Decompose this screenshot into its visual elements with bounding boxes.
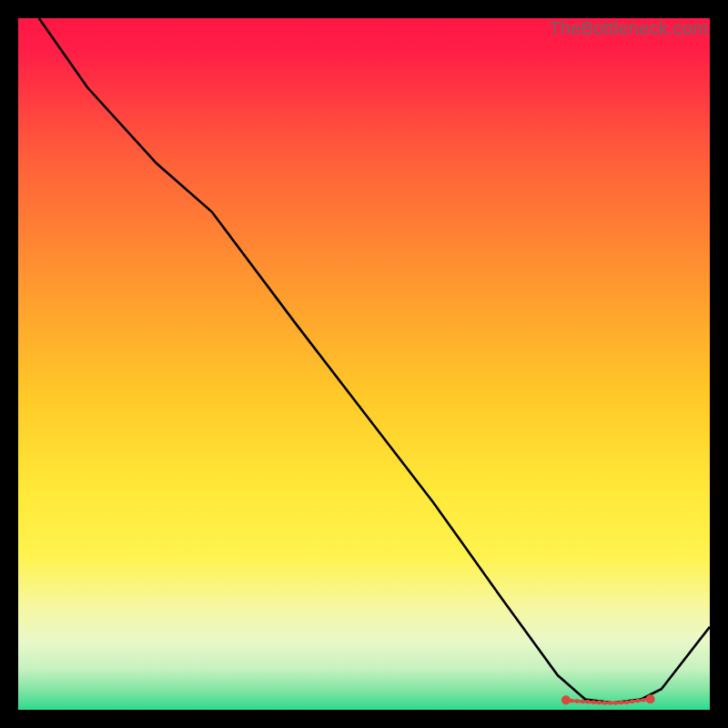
data-dot bbox=[597, 701, 602, 705]
data-dot bbox=[586, 700, 591, 704]
data-dot bbox=[592, 700, 596, 704]
data-dot bbox=[646, 694, 655, 703]
data-dot bbox=[630, 699, 634, 703]
gradient-background bbox=[18, 18, 710, 710]
watermark-text: TheBottleneck.com bbox=[549, 18, 708, 39]
data-dot bbox=[581, 699, 585, 703]
data-dot bbox=[636, 699, 641, 703]
data-dot bbox=[642, 698, 646, 703]
data-dot bbox=[570, 699, 574, 703]
data-dot bbox=[575, 699, 580, 703]
data-dot bbox=[561, 695, 571, 704]
chart-canvas bbox=[18, 18, 710, 710]
data-dot bbox=[624, 700, 629, 704]
data-dot bbox=[608, 701, 612, 705]
data-dot bbox=[602, 701, 607, 705]
chart-frame: TheBottleneck.com bbox=[18, 18, 710, 710]
data-dot bbox=[619, 701, 623, 705]
data-dot bbox=[613, 701, 618, 705]
